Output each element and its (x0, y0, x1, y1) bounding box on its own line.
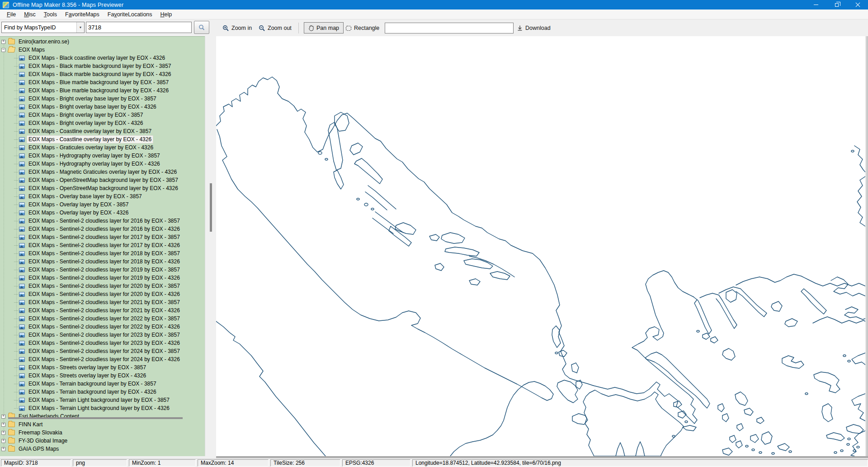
chevron-down-icon[interactable]: ▼ (76, 22, 84, 33)
rectangle-button[interactable]: Rectangle (345, 23, 379, 33)
map-vertical-scrollbar[interactable] (865, 36, 868, 456)
expand-toggle[interactable]: + (1, 439, 5, 443)
coastline-path (693, 297, 712, 334)
coastline-path (555, 352, 558, 354)
find-input[interactable] (86, 22, 192, 33)
tree-item[interactable]: EOX Maps - Sentinel-2 cloudless layer fo… (0, 274, 205, 282)
zoom-out-button[interactable]: Zoom out (259, 23, 292, 33)
tree-item[interactable]: EOX Maps - Hydrography overlay layer by … (0, 152, 205, 160)
tree-item[interactable]: EOX Maps - Sentinel-2 cloudless layer fo… (0, 249, 205, 257)
pan-map-button[interactable]: Pan map (304, 22, 344, 33)
tree-item[interactable]: EOX Maps - Blue marble background layer … (0, 86, 205, 95)
tree-item[interactable]: EOX Maps - Sentinel-2 cloudless layer fo… (0, 290, 205, 298)
expand-toggle[interactable]: + (1, 423, 5, 427)
tree-item[interactable]: EOX Maps - Streets overlay layer by EOX … (0, 372, 205, 380)
tree-item[interactable]: EOX Maps - Graticules overlay layer by E… (0, 143, 205, 152)
zoom-in-button[interactable]: Zoom in (222, 23, 252, 33)
tree-item[interactable]: +GAIA GPS Maps (0, 445, 205, 453)
restore-button[interactable] (826, 0, 847, 10)
expand-toggle[interactable]: + (1, 447, 5, 451)
tree-item[interactable]: EOX Maps - Overlay base layer by EOX - 3… (0, 192, 205, 200)
coastline-path (435, 263, 444, 271)
map-layer-icon (19, 357, 25, 362)
map-canvas[interactable] (216, 36, 865, 456)
tree-item[interactable]: EOX Maps - Sentinel-2 cloudless layer fo… (0, 331, 205, 339)
tree-item-label: EOX Maps - Overlay base layer by EOX - 3… (27, 193, 143, 200)
tree-item[interactable]: EOX Maps - Black marble background layer… (0, 62, 205, 70)
expand-toggle[interactable]: + (1, 431, 5, 435)
tree-item[interactable]: EOX Maps - Sentinel-2 cloudless layer fo… (0, 282, 205, 290)
map-horizontal-scrollbar-thumb[interactable] (216, 456, 868, 458)
toolbar-separator (298, 23, 299, 33)
tree-item[interactable]: +FY-3D Global Image (0, 437, 205, 445)
tree-item[interactable]: EOX Maps - Streets overlay layer by EOX … (0, 363, 205, 372)
tree-vertical-scrollbar-thumb[interactable] (210, 183, 212, 232)
tree-item[interactable]: +Esri Netherlands Content (0, 412, 205, 420)
menu-help[interactable]: Help (156, 10, 176, 19)
tree-item[interactable]: EOX Maps - Blue marble background layer … (0, 78, 205, 86)
tree-item-label: EOX Maps - Streets overlay layer by EOX … (27, 372, 147, 379)
tree-connector (14, 335, 18, 335)
tree-item[interactable]: EOX Maps - Overlay layer by EOX - 4326 (0, 209, 205, 217)
menu-favoritemaps[interactable]: FavoriteMaps (61, 10, 104, 19)
tree-item[interactable]: EOX Maps - OpenStreetMap background laye… (0, 176, 205, 184)
tree-item[interactable]: EOX Maps - Sentinel-2 cloudless layer fo… (0, 323, 205, 331)
map-layer-icon (19, 292, 25, 297)
tree-item[interactable]: EOX Maps - Sentinel-2 cloudless layer fo… (0, 298, 205, 306)
tree-item[interactable]: EOX Maps - Bright overlay base layer by … (0, 103, 205, 111)
tree-item[interactable]: −EOX Maps (0, 46, 205, 54)
menu-misc[interactable]: Misc (20, 10, 40, 19)
tree-item[interactable]: EOX Maps - Coastline overlay layer by EO… (0, 127, 205, 135)
tree-item[interactable]: EOX Maps - Sentinel-2 cloudless layer fo… (0, 339, 205, 347)
tree-item[interactable]: EOX Maps - Sentinel-2 cloudless layer fo… (0, 355, 205, 363)
tree-item[interactable]: EOX Maps - Sentinel-2 cloudless layer fo… (0, 306, 205, 315)
tree-item[interactable]: EOX Maps - Black coastline overlay layer… (0, 54, 205, 62)
download-button[interactable]: Download (517, 23, 551, 33)
search-button[interactable] (194, 21, 209, 34)
download-range-input[interactable] (385, 23, 514, 33)
tree-item-label: EOX Maps - Bright overlay layer by EOX -… (27, 119, 144, 127)
tree-item[interactable]: EOX Maps - Terrain background layer by E… (0, 388, 205, 396)
tree-item[interactable]: EOX Maps - Overlay layer by EOX - 3857 (0, 200, 205, 209)
tree-item[interactable]: +Eniro(kartor.eniro.se) (0, 38, 205, 46)
tree-item[interactable]: EOX Maps - Sentinel-2 cloudless layer fo… (0, 241, 205, 249)
tree-item[interactable]: EOX Maps - Bright overlay base layer by … (0, 95, 205, 103)
tree-item[interactable]: EOX Maps - Sentinel-2 cloudless layer fo… (0, 217, 205, 225)
tree-item[interactable]: EOX Maps - Bright overlay layer by EOX -… (0, 111, 205, 119)
expand-toggle[interactable]: + (1, 40, 5, 44)
tree-item[interactable]: EOX Maps - Terrain Light background laye… (0, 396, 205, 404)
minimize-button[interactable] (806, 0, 826, 10)
coastline-path (429, 234, 439, 241)
tree-item[interactable]: EOX Maps - Terrain Light background laye… (0, 404, 205, 412)
tree-item[interactable]: EOX Maps - Coastline overlay layer by EO… (0, 135, 205, 143)
collapse-toggle[interactable]: − (1, 48, 5, 52)
tree-item[interactable]: EOX Maps - Sentinel-2 cloudless layer fo… (0, 257, 205, 266)
tree-item[interactable]: EOX Maps - Sentinel-2 cloudless layer fo… (0, 266, 205, 274)
tree-item[interactable]: EOX Maps - Sentinel-2 cloudless layer fo… (0, 347, 205, 355)
find-mode-dropdown[interactable]: Find by MapsTypeID ▼ (1, 22, 85, 33)
tree-vertical-scrollbar[interactable] (205, 36, 216, 458)
coastline-path (552, 326, 561, 348)
tree-item[interactable]: EOX Maps - Terrain background layer by E… (0, 380, 205, 388)
tree-item[interactable]: EOX Maps - Sentinel-2 cloudless layer fo… (0, 233, 205, 241)
tree-item[interactable]: EOX Maps - Magnetic Graticules overlay l… (0, 168, 205, 176)
find-mode-value: Find by MapsTypeID (2, 24, 76, 31)
tree-item[interactable]: +FINN Kart (0, 420, 205, 429)
menu-favoritelocations[interactable]: FavoriteLocations (104, 10, 156, 19)
expand-toggle[interactable]: + (1, 415, 5, 419)
close-button[interactable] (847, 0, 868, 10)
tree-item[interactable]: EOX Maps - Sentinel-2 cloudless layer fo… (0, 225, 205, 233)
map-layer-icon (19, 178, 25, 183)
coastline-path (636, 442, 645, 456)
tree-item[interactable]: EOX Maps - Black marble background layer… (0, 70, 205, 78)
tree-item[interactable]: EOX Maps - OpenStreetMap background laye… (0, 184, 205, 192)
tree-item[interactable]: +Freemap Slovakia (0, 429, 205, 437)
tree-item[interactable]: EOX Maps - Sentinel-2 cloudless layer fo… (0, 315, 205, 323)
tree-item[interactable]: EOX Maps - Bright overlay layer by EOX -… (0, 119, 205, 127)
menu-file[interactable]: File (3, 10, 20, 19)
map-vertical-scrollbar-thumb[interactable] (866, 36, 868, 456)
rectangle-label: Rectangle (354, 25, 379, 31)
tree-item[interactable]: EOX Maps - Hydrography overlay layer by … (0, 160, 205, 168)
tree-horizontal-scrollbar-thumb[interactable] (8, 417, 183, 419)
menu-tools[interactable]: Tools (40, 10, 61, 19)
